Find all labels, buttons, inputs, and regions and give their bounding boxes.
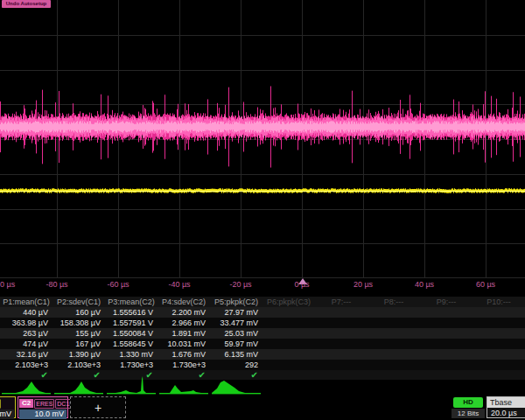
- measurement-value: 1.330 mV: [105, 349, 158, 360]
- measurement-value: [368, 307, 420, 318]
- histicon-baseline: [107, 393, 156, 394]
- measurement-value: [472, 339, 525, 349]
- histicon: [70, 382, 96, 393]
- time-axis-tick-label: -100 µs: [0, 280, 15, 289]
- measurement-value: 1.730e+3: [105, 360, 158, 370]
- measurement-value: [472, 349, 525, 360]
- measurement-header[interactable]: P2:sdev(C1): [52, 297, 105, 307]
- measurement-value: [315, 339, 368, 349]
- measurement-value: 1.676 mV: [158, 349, 210, 360]
- timebase-title: Tbase: [487, 397, 525, 408]
- measurement-value: [420, 360, 472, 370]
- time-axis-tick-label: -80 µs: [46, 280, 67, 289]
- measurement-value: 25.03 mV: [210, 328, 262, 339]
- measurement-header[interactable]: P9:---: [420, 297, 472, 307]
- histicon-baseline: [2, 393, 51, 394]
- measurement-value: [262, 349, 315, 360]
- hd-bits-label: 12 Bits: [452, 409, 485, 418]
- measurement-value: [315, 307, 368, 318]
- measurement-header[interactable]: P1:mean(C1): [0, 297, 52, 307]
- measurement-value: 1.555616 V: [105, 307, 158, 318]
- time-axis-labels: -100 µs-80 µs-60 µs-40 µs-20 µs0 µs20 µs…: [0, 280, 525, 291]
- measurement-value: [315, 328, 368, 339]
- measurement-header[interactable]: P4:sdev(C2): [158, 297, 210, 307]
- time-axis-tick-label: -40 µs: [168, 280, 190, 289]
- measurement-value: 1.557591 V: [105, 318, 158, 328]
- measurement-value: [472, 318, 525, 328]
- measurement-value: [368, 349, 420, 360]
- measurement-value: 474 µV: [0, 339, 52, 349]
- measurement-header[interactable]: P5:pkpk(C2): [210, 297, 262, 307]
- measurement-value: [315, 318, 368, 328]
- measurement-value: 292: [210, 360, 262, 370]
- measurement-value: 1.550084 V: [105, 328, 158, 339]
- c1-coupling-tag: DC1M: [0, 399, 1, 409]
- measurement-value: [262, 328, 315, 339]
- measurement-value: [420, 349, 472, 360]
- measurement-value: 1.390 µV: [52, 349, 105, 360]
- c1-scale-value: 10.0 mV: [0, 410, 14, 419]
- measurement-value: 27.97 mV: [210, 307, 262, 318]
- measurement-value: [420, 318, 472, 328]
- time-axis-tick-label: -60 µs: [107, 280, 129, 289]
- measurement-value: [368, 328, 420, 339]
- hd-mode-badge[interactable]: HD: [453, 397, 483, 408]
- measurement-value: 440 µV: [0, 307, 52, 318]
- channel-c2-descriptor[interactable]: C2 ERES DC1M 10.0 mV: [18, 396, 68, 418]
- measurement-header[interactable]: P7:---: [315, 297, 368, 307]
- time-axis-tick-label: 0 µs: [294, 280, 309, 289]
- measurement-header[interactable]: P8:---: [368, 297, 420, 307]
- measurement-value: 1.558645 V: [105, 339, 158, 349]
- histicon-strip: [0, 376, 525, 395]
- histicon: [16, 382, 46, 393]
- timebase-descriptor[interactable]: Tbase 20.0 µs: [486, 396, 525, 418]
- histicon: [170, 385, 201, 393]
- measurement-value: [315, 360, 368, 370]
- measurement-value: [420, 339, 472, 349]
- plus-icon: +: [94, 401, 102, 415]
- measurement-header[interactable]: P3:mean(C2): [105, 297, 158, 307]
- time-axis-tick-label: 60 µs: [476, 280, 495, 289]
- measurement-value: 158.308 µV: [52, 318, 105, 328]
- measurement-value: 2.103e+3: [0, 360, 52, 370]
- measurement-value: [368, 339, 420, 349]
- measurement-value: 1.730e+3: [158, 360, 210, 370]
- measurement-value: 33.477 mV: [210, 318, 262, 328]
- measurement-value: 155 µV: [52, 328, 105, 339]
- oscilloscope-screen: Undo Autosetup -100 µs-80 µs-60 µs-40 µs…: [0, 0, 525, 420]
- measurement-value: [262, 339, 315, 349]
- measurement-table: P1:mean(C1)P2:sdev(C1)P3:mean(C2)P4:sdev…: [0, 297, 525, 380]
- undo-autosetup-button[interactable]: Undo Autosetup: [2, 0, 51, 8]
- measurement-value: 10.031 mV: [158, 339, 210, 349]
- time-axis-tick-label: 20 µs: [354, 280, 373, 289]
- measurement-value: [262, 318, 315, 328]
- descriptor-bar: C1 DC1M 10.0 mV C2 ERES DC1M 10.0 mV + H…: [0, 396, 525, 420]
- measurement-value: 2.966 mV: [158, 318, 210, 328]
- histicon: [116, 376, 146, 393]
- measurement-value: [420, 307, 472, 318]
- measurement-value: 263 µV: [0, 328, 52, 339]
- measurement-value: [472, 360, 525, 370]
- add-channel-button[interactable]: +: [70, 396, 126, 418]
- measurement-header[interactable]: P6:pkpk(C3): [262, 297, 315, 307]
- histicon-baseline: [54, 393, 103, 394]
- histicon-baseline: [159, 393, 208, 394]
- c2-scale-value: 10.0 mV: [19, 410, 66, 419]
- measurement-header[interactable]: P10:---: [472, 297, 525, 307]
- measurement-value: 2.200 mV: [158, 307, 210, 318]
- measurement-value: [262, 307, 315, 318]
- waveform-grid-area[interactable]: Undo Autosetup: [0, 0, 525, 278]
- measurement-value: 59.97 mV: [210, 339, 262, 349]
- histicon: [212, 381, 245, 393]
- measurement-value: [368, 360, 420, 370]
- waveform-canvas[interactable]: [0, 0, 525, 278]
- measurement-value: 6.135 mV: [210, 349, 262, 360]
- measurement-value: [472, 307, 525, 318]
- measurement-value: 32.16 µV: [0, 349, 52, 360]
- measurement-value: 160 µV: [52, 307, 105, 318]
- channel-c1-descriptor[interactable]: C1 DC1M 10.0 mV: [0, 396, 16, 418]
- c2-label: C2: [19, 399, 33, 408]
- measurement-value: [420, 328, 472, 339]
- timebase-value: 20.0 µs: [487, 408, 525, 418]
- measurement-value: 363.98 µV: [0, 318, 52, 328]
